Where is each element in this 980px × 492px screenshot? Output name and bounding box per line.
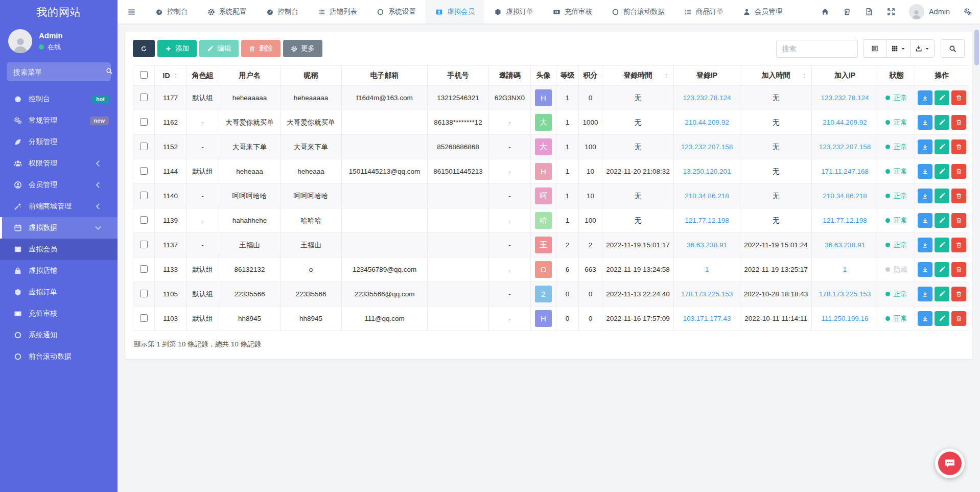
sidebar-item-权限管理[interactable]: 权限管理 xyxy=(0,153,118,174)
delete-button[interactable]: 删除 xyxy=(241,40,281,57)
login-ip-link[interactable]: 13.250.120.201 xyxy=(683,168,731,175)
row-download-button[interactable] xyxy=(918,287,932,301)
login-ip-link[interactable]: 36.63.238.91 xyxy=(687,241,727,249)
chat-button[interactable] xyxy=(935,449,965,478)
nav-tab-充值审核[interactable]: 充值审核 xyxy=(543,0,602,24)
sidebar-item-充值审核[interactable]: 充值审核 xyxy=(0,303,118,324)
join-ip-link[interactable]: 123.232.207.158 xyxy=(819,143,871,151)
row-edit-button[interactable] xyxy=(935,238,949,252)
navbar-user[interactable]: Admin xyxy=(909,4,950,19)
fullscreen-button[interactable] xyxy=(887,8,895,16)
select-all-checkbox[interactable] xyxy=(140,71,148,79)
sidebar-item-会员管理[interactable]: 会员管理 xyxy=(0,174,118,196)
sidebar-item-分類管理[interactable]: 分類管理 xyxy=(0,131,118,153)
row-edit-button[interactable] xyxy=(935,213,949,228)
columns-button[interactable] xyxy=(886,39,911,58)
sidebar-item-虚拟会员[interactable]: 虚拟会员 xyxy=(0,239,118,260)
login-ip-link[interactable]: 123.232.78.124 xyxy=(683,94,731,102)
row-download-button[interactable] xyxy=(918,139,932,154)
nav-tab-虚拟订单[interactable]: 虚拟订单 xyxy=(484,0,543,24)
sidebar-item-前端商城管理[interactable]: 前端商城管理 xyxy=(0,196,118,217)
row-delete-button[interactable] xyxy=(951,238,966,252)
row-checkbox[interactable] xyxy=(140,290,148,297)
row-edit-button[interactable] xyxy=(935,164,949,179)
refresh-button[interactable] xyxy=(133,40,155,57)
row-edit-button[interactable] xyxy=(935,90,949,105)
login-ip-link[interactable]: 121.77.12.198 xyxy=(685,217,729,224)
row-download-button[interactable] xyxy=(918,164,932,179)
row-checkbox[interactable] xyxy=(140,216,148,224)
row-edit-button[interactable] xyxy=(935,115,949,130)
row-checkbox[interactable] xyxy=(140,241,148,248)
menu-toggle-button[interactable] xyxy=(118,0,146,24)
nav-tab-前台滚动数据[interactable]: 前台滚动数据 xyxy=(602,0,674,24)
sidebar-item-常规管理[interactable]: 常规管理new xyxy=(0,110,118,131)
more-button[interactable]: 更多 xyxy=(283,40,322,57)
row-delete-button[interactable] xyxy=(951,139,966,154)
row-download-button[interactable] xyxy=(918,90,932,105)
sidebar-item-控制台[interactable]: 控制台hot xyxy=(0,88,118,110)
sidebar-item-虚拟店铺[interactable]: 虚拟店铺 xyxy=(0,260,118,282)
row-checkbox[interactable] xyxy=(140,143,148,150)
row-edit-button[interactable] xyxy=(935,262,949,277)
row-delete-button[interactable] xyxy=(951,90,966,105)
row-delete-button[interactable] xyxy=(951,189,966,203)
nav-tab-虚拟会员[interactable]: 虚拟会员 xyxy=(426,0,484,24)
row-edit-button[interactable] xyxy=(935,287,949,301)
row-download-button[interactable] xyxy=(918,189,932,203)
column-header-加入時間[interactable]: 加入時間 xyxy=(740,66,812,86)
search-button[interactable] xyxy=(941,39,965,58)
login-ip-link[interactable]: 123.232.207.158 xyxy=(681,143,733,151)
nav-tab-控制台[interactable]: 控制台 xyxy=(256,0,309,24)
sidebar-item-系统通知[interactable]: 系统通知 xyxy=(0,324,118,346)
table-search-input[interactable] xyxy=(776,40,858,58)
home-button[interactable] xyxy=(821,8,829,16)
join-ip-link[interactable]: 178.173.225.153 xyxy=(819,290,871,298)
row-checkbox[interactable] xyxy=(140,118,148,126)
row-download-button[interactable] xyxy=(918,262,932,277)
row-checkbox[interactable] xyxy=(140,314,148,322)
login-ip-link[interactable]: 103.171.177.43 xyxy=(683,315,731,322)
export-button[interactable] xyxy=(910,39,935,58)
column-header-ID[interactable]: ID xyxy=(155,66,186,86)
join-ip-link[interactable]: 111.250.199.16 xyxy=(822,315,869,322)
row-checkbox[interactable] xyxy=(140,167,148,175)
row-download-button[interactable] xyxy=(918,311,932,326)
row-checkbox[interactable] xyxy=(140,265,148,273)
add-button[interactable]: 添加 xyxy=(157,40,197,57)
row-delete-button[interactable] xyxy=(951,164,966,179)
row-delete-button[interactable] xyxy=(951,115,966,130)
column-header-登錄時間[interactable]: 登錄時間 xyxy=(602,66,674,86)
row-download-button[interactable] xyxy=(918,115,932,130)
nav-tab-系统配置[interactable]: 系统配置 xyxy=(198,0,256,24)
nav-tab-系统设置[interactable]: 系统设置 xyxy=(367,0,426,24)
row-edit-button[interactable] xyxy=(935,311,949,326)
detail-view-button[interactable] xyxy=(863,39,886,58)
sidebar-item-前台滚动数据[interactable]: 前台滚动数据 xyxy=(0,346,118,367)
row-checkbox[interactable] xyxy=(140,192,148,199)
row-edit-button[interactable] xyxy=(935,139,949,154)
row-delete-button[interactable] xyxy=(951,311,966,326)
user-avatar[interactable] xyxy=(8,29,32,53)
edit-button[interactable]: 编辑 xyxy=(199,40,239,57)
join-ip-link[interactable]: 210.44.209.92 xyxy=(823,119,867,126)
scrollbar-thumb[interactable] xyxy=(974,30,979,65)
settings-gears-button[interactable] xyxy=(964,8,972,16)
login-ip-link[interactable]: 178.173.225.153 xyxy=(681,290,733,298)
join-ip-link[interactable]: 123.232.78.124 xyxy=(821,94,869,102)
sidebar-item-虚拟订单[interactable]: 虚拟订单 xyxy=(0,282,118,303)
nav-tab-商品订单[interactable]: 商品订单 xyxy=(674,0,733,24)
row-download-button[interactable] xyxy=(918,238,932,252)
row-delete-button[interactable] xyxy=(951,287,966,301)
nav-tab-控制台[interactable]: 控制台 xyxy=(146,0,198,24)
row-delete-button[interactable] xyxy=(951,262,966,277)
clear-record-button[interactable] xyxy=(865,8,873,16)
row-download-button[interactable] xyxy=(918,213,932,228)
login-ip-link[interactable]: 210.44.209.92 xyxy=(685,119,729,126)
join-ip-link[interactable]: 121.77.12.198 xyxy=(823,217,867,224)
login-ip-link[interactable]: 210.34.86.218 xyxy=(685,192,729,200)
join-ip-link[interactable]: 36.63.238.91 xyxy=(825,241,865,249)
row-edit-button[interactable] xyxy=(935,189,949,203)
join-ip-link[interactable]: 1 xyxy=(843,266,847,273)
sidebar-search-input[interactable] xyxy=(13,68,106,76)
